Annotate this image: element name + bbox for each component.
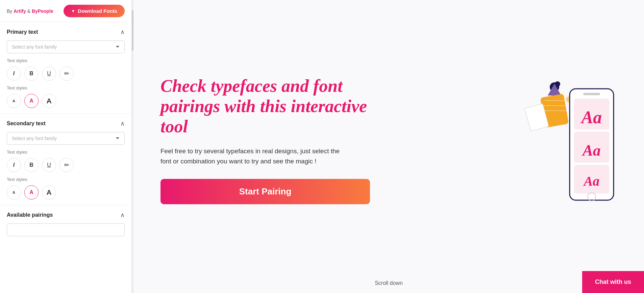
secondary-size-medium-button[interactable]: A [24, 185, 39, 199]
primary-section-toggle[interactable]: ∧ [120, 28, 125, 36]
phone-illustration-svg: Aa Aa Aa [492, 69, 617, 210]
available-pairings-title: Available pairings [7, 212, 53, 218]
primary-section-header: Primary text ∧ [7, 28, 125, 36]
chevron-down-icon: ▼ [71, 9, 75, 14]
main-content: Check typefaces and font pairings with t… [133, 0, 644, 293]
secondary-size-buttons: A A A [7, 185, 125, 199]
secondary-size-styles-label: Text styles [7, 177, 125, 182]
primary-color-picker-button[interactable]: ✏ [59, 66, 74, 81]
secondary-text-styles-label: Text styles [7, 150, 125, 155]
primary-size-large-button[interactable]: A [42, 94, 56, 108]
secondary-bold-button[interactable]: B [24, 158, 39, 172]
download-btn-label: Download Fonts [78, 8, 117, 14]
secondary-text-section: Secondary text ∧ Select any font family … [0, 114, 131, 205]
primary-section-title: Primary text [7, 29, 38, 35]
primary-font-dropdown[interactable]: Select any font family [7, 41, 125, 53]
primary-style-buttons: I B U ✏ [7, 66, 125, 81]
primary-italic-button[interactable]: I [7, 66, 21, 81]
primary-size-styles-label: Text styles [7, 85, 125, 90]
svg-text:Aa: Aa [583, 174, 600, 189]
hero-area: Check typefaces and font pairings with t… [133, 0, 644, 273]
scroll-down-area: Scroll down [133, 273, 644, 293]
hero-title: Check typefaces and font pairings with t… [160, 76, 370, 136]
secondary-font-dropdown[interactable]: Select any font family [7, 132, 125, 145]
primary-size-medium-button[interactable]: A [24, 94, 39, 108]
available-pairings-section: Available pairings ∧ [0, 205, 131, 240]
secondary-section-title: Secondary text [7, 121, 46, 127]
secondary-color-picker-button[interactable]: ✏ [59, 158, 74, 172]
available-pairings-header: Available pairings ∧ [7, 211, 125, 219]
svg-rect-11 [583, 93, 600, 95]
secondary-section-toggle[interactable]: ∧ [120, 120, 125, 127]
secondary-section-header: Secondary text ∧ [7, 120, 125, 127]
chat-with-us-button[interactable]: Chat with us [582, 271, 644, 293]
svg-text:Aa: Aa [580, 108, 602, 127]
primary-text-styles-label: Text styles [7, 58, 125, 63]
primary-underline-button[interactable]: U [42, 66, 56, 81]
secondary-size-small-button[interactable]: A [7, 185, 21, 199]
secondary-italic-button[interactable]: I [7, 158, 21, 172]
secondary-style-buttons: I B U ✏ [7, 158, 125, 172]
primary-size-buttons: A A A [7, 94, 125, 108]
hero-text-block: Check typefaces and font pairings with t… [160, 76, 370, 204]
pairings-search-input[interactable] [7, 223, 125, 236]
start-pairing-button[interactable]: Start Pairing [160, 179, 370, 204]
available-pairings-toggle[interactable]: ∧ [120, 211, 125, 219]
by-label: By [7, 8, 12, 14]
hero-subtitle: Feel free to try several typefaces in re… [160, 146, 343, 167]
primary-bold-button[interactable]: B [24, 66, 39, 81]
and-label: & [27, 8, 32, 14]
by-attribution: By Artify & ByPeople [7, 8, 53, 14]
bypeople-link[interactable]: ByPeople [32, 8, 53, 14]
hero-illustration: Aa Aa Aa [492, 69, 617, 212]
primary-text-section: Primary text ∧ Select any font family Te… [0, 22, 131, 114]
sidebar-header: By Artify & ByPeople ▼ Download Fonts [0, 0, 131, 22]
secondary-size-large-button[interactable]: A [42, 185, 56, 199]
svg-text:Aa: Aa [581, 142, 601, 159]
download-fonts-button[interactable]: ▼ Download Fonts [64, 5, 125, 17]
sidebar: By Artify & ByPeople ▼ Download Fonts Pr… [0, 0, 132, 293]
secondary-underline-button[interactable]: U [42, 158, 56, 172]
scroll-down-label: Scroll down [375, 280, 403, 286]
primary-size-small-button[interactable]: A [7, 94, 21, 108]
artify-link[interactable]: Artify [14, 8, 26, 14]
